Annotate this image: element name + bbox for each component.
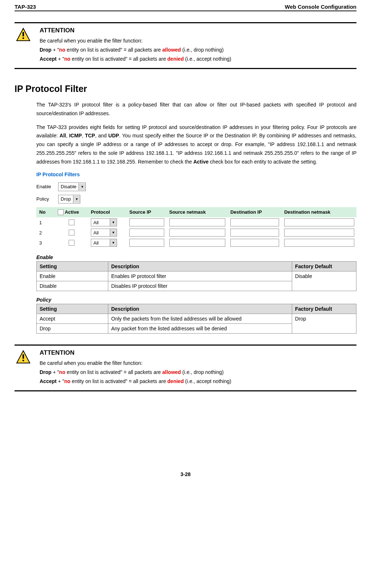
attention-title: ATTENTION bbox=[40, 27, 356, 34]
enable-table-title: Enable bbox=[36, 254, 356, 260]
ss-dstmask-input[interactable] bbox=[284, 229, 354, 237]
ss-protocol-select[interactable]: All▼ bbox=[91, 239, 117, 247]
ss-enable-label: Enable bbox=[36, 184, 58, 189]
ss-dstip-input[interactable] bbox=[230, 229, 279, 237]
warning-icon bbox=[16, 350, 31, 365]
paragraph-1: The TAP-323's IP protocol filter is a po… bbox=[36, 101, 356, 118]
ss-active-checkbox[interactable] bbox=[69, 230, 74, 235]
header-right: Web Console Configuration bbox=[285, 4, 356, 10]
ss-th-srcmask: Source netmask bbox=[166, 207, 227, 218]
ss-row-1: 1 All▼ bbox=[36, 217, 356, 227]
attention-careful: Be careful when you enable the filter fu… bbox=[40, 37, 356, 45]
ss-protocol-select[interactable]: All▼ bbox=[91, 229, 117, 237]
ss-srcip-input[interactable] bbox=[129, 229, 164, 237]
ss-filter-table: No Active Protocol Source IP Source netm… bbox=[36, 207, 356, 248]
attention-title: ATTENTION bbox=[40, 349, 356, 357]
ss-dstip-input[interactable] bbox=[230, 239, 279, 247]
ss-dstip-input[interactable] bbox=[230, 218, 279, 226]
svg-rect-5 bbox=[23, 360, 24, 361]
attention-box-top: ATTENTION Be careful when you enable the… bbox=[15, 22, 356, 69]
page-number: 3-28 bbox=[15, 471, 356, 477]
ss-active-all-checkbox[interactable] bbox=[58, 209, 64, 215]
chevron-down-icon: ▼ bbox=[110, 229, 117, 236]
ss-row-3: 3 All▼ bbox=[36, 238, 356, 248]
ip-filter-screenshot: IP Protocol Filters Enable Disable ▼ Pol… bbox=[36, 172, 356, 248]
ss-srcmask-input[interactable] bbox=[169, 239, 225, 247]
ss-th-srcip: Source IP bbox=[126, 207, 166, 218]
paragraph-2: The TAP-323 provides eight fields for se… bbox=[36, 123, 356, 166]
ss-th-dstip: Destination IP bbox=[227, 207, 281, 218]
ss-th-active: Active bbox=[55, 207, 88, 218]
ss-th-protocol: Protocol bbox=[88, 207, 126, 218]
ss-dstmask-input[interactable] bbox=[284, 218, 354, 226]
ss-srcmask-input[interactable] bbox=[169, 218, 225, 226]
ss-enable-select[interactable]: Disable ▼ bbox=[58, 182, 86, 191]
attention-drop-line: Drop + "no entity on list is activated" … bbox=[40, 368, 356, 376]
section-heading: IP Protocol Filter bbox=[15, 84, 356, 94]
attention-careful: Be careful when you enable the filter fu… bbox=[40, 359, 356, 367]
policy-settings-table: Setting Description Factory Default Acce… bbox=[36, 304, 356, 334]
page-header: TAP-323 Web Console Configuration bbox=[15, 4, 356, 11]
ss-srcip-input[interactable] bbox=[129, 239, 164, 247]
ss-srcmask-input[interactable] bbox=[169, 229, 225, 237]
ss-active-checkbox[interactable] bbox=[69, 240, 74, 246]
ss-th-no: No bbox=[36, 207, 55, 218]
header-left: TAP-323 bbox=[15, 4, 36, 10]
ss-active-checkbox[interactable] bbox=[69, 220, 74, 225]
svg-rect-2 bbox=[23, 37, 24, 39]
ss-dstmask-input[interactable] bbox=[284, 239, 354, 247]
ss-row-2: 2 All▼ bbox=[36, 227, 356, 238]
svg-rect-4 bbox=[23, 354, 24, 359]
policy-table-title: Policy bbox=[36, 297, 356, 303]
ss-policy-label: Policy bbox=[36, 196, 58, 202]
ss-policy-select[interactable]: Drop ▼ bbox=[58, 195, 80, 204]
chevron-down-icon: ▼ bbox=[110, 239, 117, 246]
enable-settings-table: Setting Description Factory Default Enab… bbox=[36, 261, 356, 291]
chevron-down-icon: ▼ bbox=[78, 183, 85, 190]
ss-protocol-select[interactable]: All▼ bbox=[91, 218, 117, 226]
chevron-down-icon: ▼ bbox=[110, 219, 117, 226]
svg-rect-1 bbox=[23, 32, 24, 36]
attention-box-bottom: ATTENTION Be careful when you enable the… bbox=[15, 345, 356, 391]
ss-title: IP Protocol Filters bbox=[36, 172, 356, 177]
warning-icon bbox=[16, 28, 31, 42]
attention-accept-line: Accept + "no entity on list is activated… bbox=[40, 55, 356, 63]
ss-th-dstmask: Destination netmask bbox=[281, 207, 356, 218]
attention-drop-line: Drop + "no entity on list is activated" … bbox=[40, 46, 356, 54]
attention-accept-line: Accept + "no entity on list is activated… bbox=[40, 378, 356, 385]
chevron-down-icon: ▼ bbox=[73, 196, 80, 203]
ss-srcip-input[interactable] bbox=[129, 218, 164, 226]
